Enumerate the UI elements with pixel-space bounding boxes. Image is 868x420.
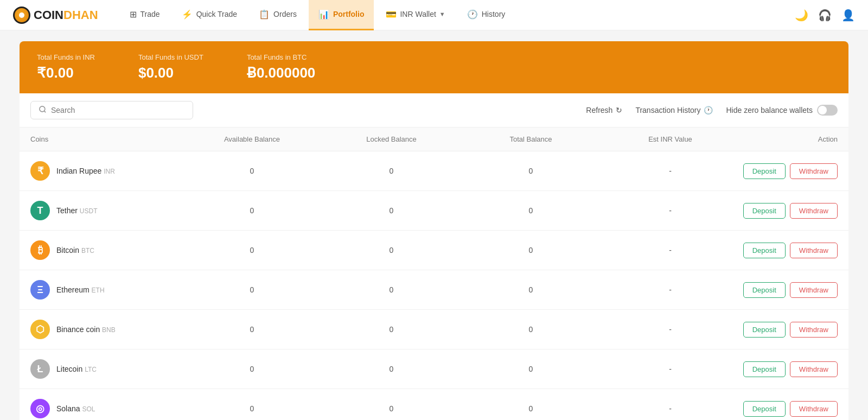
quick-trade-icon: ⚡ bbox=[182, 9, 193, 20]
deposit-button-eth[interactable]: Deposit bbox=[743, 282, 786, 298]
nav-item-inr-wallet[interactable]: 💳 INR Wallet ▼ bbox=[376, 0, 455, 30]
available-balance-ltc: 0 bbox=[182, 365, 322, 373]
deposit-button-inr[interactable]: Deposit bbox=[743, 163, 786, 179]
locked-balance-bnb: 0 bbox=[322, 325, 461, 334]
est-inr-value-btc: - bbox=[601, 246, 740, 254]
deposit-button-usdt[interactable]: Deposit bbox=[743, 203, 786, 219]
total-balance-inr: 0 bbox=[461, 167, 601, 175]
nav-item-quick-trade[interactable]: ⚡ Quick Trade bbox=[172, 0, 247, 30]
user-icon[interactable]: 👤 bbox=[841, 9, 855, 22]
nav-item-history[interactable]: 🕐 History bbox=[457, 0, 515, 30]
available-balance-eth: 0 bbox=[182, 285, 322, 294]
coin-avatar-sol: ◎ bbox=[30, 399, 50, 418]
est-inr-value-inr: - bbox=[601, 167, 740, 175]
deposit-button-sol[interactable]: Deposit bbox=[743, 401, 786, 417]
col-actions-bnb: Deposit Withdraw bbox=[740, 322, 838, 338]
nav-right: 🌙 🎧 👤 bbox=[795, 9, 855, 22]
withdraw-button-sol[interactable]: Withdraw bbox=[790, 401, 838, 417]
col-header-available: Available Balance bbox=[182, 135, 322, 143]
withdraw-button-ltc[interactable]: Withdraw bbox=[790, 361, 838, 377]
coin-cell-eth: Ξ Ethereum ETH bbox=[30, 280, 182, 300]
withdraw-button-usdt[interactable]: Withdraw bbox=[790, 203, 838, 219]
available-balance-btc: 0 bbox=[182, 246, 322, 254]
hide-zero-label: Hide zero balance wallets bbox=[726, 106, 813, 114]
col-header-action: Action bbox=[740, 135, 838, 143]
col-header-total: Total Balance bbox=[461, 135, 601, 143]
history-icon: 🕐 bbox=[467, 9, 478, 20]
deposit-button-ltc[interactable]: Deposit bbox=[743, 361, 786, 377]
total-balance-btc: 0 bbox=[461, 246, 601, 254]
logo-dhan-text: DHAN bbox=[63, 8, 98, 22]
nav-item-portfolio[interactable]: 📊 Portfolio bbox=[309, 0, 374, 30]
withdraw-button-inr[interactable]: Withdraw bbox=[790, 163, 838, 179]
table-row: Ξ Ethereum ETH 0 0 0 - Deposit Withdraw bbox=[20, 270, 848, 310]
deposit-button-bnb[interactable]: Deposit bbox=[743, 322, 786, 338]
clock-icon: 🕐 bbox=[704, 106, 713, 114]
coin-avatar-btc: ₿ bbox=[30, 240, 50, 260]
fund-usdt: Total Funds in USDT $0.00 bbox=[138, 53, 203, 81]
transaction-history-label: Transaction History bbox=[635, 106, 700, 114]
navbar: COINDHAN ⊞ Trade ⚡ Quick Trade 📋 Orders … bbox=[0, 0, 868, 30]
toolbar-actions: Refresh ↻ Transaction History 🕐 Hide zer… bbox=[586, 105, 838, 116]
locked-balance-usdt: 0 bbox=[322, 206, 461, 215]
dark-mode-icon[interactable]: 🌙 bbox=[795, 9, 808, 22]
withdraw-button-eth[interactable]: Withdraw bbox=[790, 282, 838, 298]
logo-icon bbox=[13, 7, 30, 24]
available-balance-sol: 0 bbox=[182, 404, 322, 413]
headset-icon[interactable]: 🎧 bbox=[818, 9, 832, 22]
total-balance-bnb: 0 bbox=[461, 325, 601, 334]
svg-point-0 bbox=[40, 106, 45, 112]
col-header-est-inr: Est INR Value bbox=[601, 135, 740, 143]
hide-zero-wrapper: Hide zero balance wallets bbox=[726, 105, 838, 116]
col-actions-eth: Deposit Withdraw bbox=[740, 282, 838, 298]
table-row: Ł Litecoin LTC 0 0 0 - Deposit Withdraw bbox=[20, 349, 848, 389]
toggle-knob bbox=[818, 106, 827, 114]
nav-label-history: History bbox=[482, 10, 506, 18]
funds-banner: Total Funds in INR ₹0.00 Total Funds in … bbox=[20, 41, 848, 93]
available-balance-inr: 0 bbox=[182, 167, 322, 175]
col-header-locked: Locked Balance bbox=[322, 135, 461, 143]
trade-icon: ⊞ bbox=[130, 9, 137, 20]
refresh-button[interactable]: Refresh ↻ bbox=[586, 106, 622, 114]
nav-item-orders[interactable]: 📋 Orders bbox=[249, 0, 307, 30]
table-row: T Tether USDT 0 0 0 - Deposit Withdraw bbox=[20, 191, 848, 231]
coin-cell-bnb: ⬡ Binance coin BNB bbox=[30, 320, 182, 339]
total-balance-eth: 0 bbox=[461, 285, 601, 294]
fund-inr-label: Total Funds in INR bbox=[37, 53, 95, 61]
locked-balance-btc: 0 bbox=[322, 246, 461, 254]
available-balance-bnb: 0 bbox=[182, 325, 322, 334]
portfolio-icon: 📊 bbox=[318, 9, 329, 20]
withdraw-button-btc[interactable]: Withdraw bbox=[790, 243, 838, 258]
coin-avatar-eth: Ξ bbox=[30, 280, 50, 300]
fund-usdt-label: Total Funds in USDT bbox=[138, 53, 203, 61]
coin-name-sol: Solana bbox=[56, 404, 80, 413]
inr-wallet-icon: 💳 bbox=[386, 9, 397, 20]
search-input[interactable] bbox=[51, 106, 185, 114]
deposit-button-btc[interactable]: Deposit bbox=[743, 243, 786, 258]
transaction-history-button[interactable]: Transaction History 🕐 bbox=[635, 106, 713, 114]
nav-label-inr-wallet: INR Wallet bbox=[400, 10, 436, 18]
logo[interactable]: COINDHAN bbox=[13, 7, 98, 24]
table-header: Coins Available Balance Locked Balance T… bbox=[20, 128, 848, 151]
withdraw-button-bnb[interactable]: Withdraw bbox=[790, 322, 838, 338]
locked-balance-sol: 0 bbox=[322, 404, 461, 413]
est-inr-value-usdt: - bbox=[601, 206, 740, 215]
est-inr-value-ltc: - bbox=[601, 365, 740, 373]
coin-name-inr: Indian Rupee bbox=[56, 167, 101, 175]
hide-zero-toggle[interactable] bbox=[817, 105, 838, 116]
fund-btc-label: Total Funds in BTC bbox=[247, 53, 315, 61]
fund-inr-value: ₹0.00 bbox=[37, 65, 95, 81]
est-inr-value-eth: - bbox=[601, 285, 740, 294]
total-balance-ltc: 0 bbox=[461, 365, 601, 373]
fund-btc-value: Ƀ0.000000 bbox=[247, 65, 315, 81]
total-balance-sol: 0 bbox=[461, 404, 601, 413]
coin-symbol-ltc: LTC bbox=[85, 366, 97, 373]
col-actions-inr: Deposit Withdraw bbox=[740, 163, 838, 179]
col-actions-usdt: Deposit Withdraw bbox=[740, 203, 838, 219]
est-inr-value-sol: - bbox=[601, 404, 740, 413]
nav-links: ⊞ Trade ⚡ Quick Trade 📋 Orders 📊 Portfol… bbox=[120, 0, 795, 30]
nav-item-trade[interactable]: ⊞ Trade bbox=[120, 0, 170, 30]
coin-avatar-ltc: Ł bbox=[30, 359, 50, 379]
main-content: Total Funds in INR ₹0.00 Total Funds in … bbox=[11, 30, 857, 420]
search-box bbox=[30, 101, 193, 119]
